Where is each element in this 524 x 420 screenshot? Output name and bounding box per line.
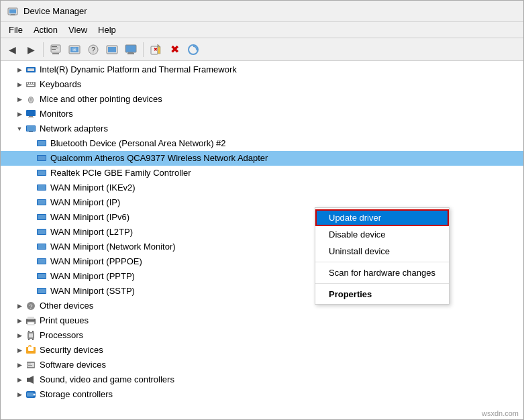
monitor-button[interactable] [122, 41, 140, 58]
svg-rect-31 [33, 83, 34, 84]
expand-print[interactable]: ▶ [14, 315, 25, 326]
menu-help[interactable]: Help [93, 23, 121, 36]
tree-item-realtek[interactable]: Realtek PCIe GBE Family Controller [1, 166, 523, 180]
ctx-update-driver[interactable]: Update driver [315, 209, 449, 226]
menu-file[interactable]: File [3, 23, 28, 36]
help-button[interactable]: ? [85, 41, 102, 58]
icon-wan-pppoe [36, 256, 48, 268]
svg-rect-57 [38, 244, 46, 249]
tree-item-sound[interactable]: ▶ Sound, video and game controllers [1, 372, 523, 387]
main-content: ▶ Intel(R) Dynamic Platform and Thermal … [1, 61, 523, 419]
expand-software[interactable]: ▶ [14, 360, 25, 370]
icon-wan-l2tp [36, 226, 48, 238]
svg-rect-4 [51, 45, 60, 52]
tree-item-bt[interactable]: Bluetooth Device (Personal Area Network)… [1, 136, 523, 151]
label-wan-pppoe: WAN Miniport (PPPOE) [50, 254, 142, 269]
svg-text:?: ? [91, 46, 95, 54]
ctx-uninstall-device[interactable]: Uninstall device [315, 243, 449, 260]
forward-button[interactable]: ▶ [22, 41, 40, 58]
svg-rect-3 [10, 15, 15, 15]
properties-button[interactable] [47, 41, 64, 58]
tree-item-keyboards[interactable]: ▶ Keyboards [1, 77, 523, 92]
tree-item-software[interactable]: ▶ Software devices [1, 358, 523, 372]
toolbar-separator-2 [143, 42, 144, 57]
icon-wan-ipv6 [36, 211, 48, 223]
svg-rect-32 [28, 85, 34, 86]
tree-item-qualcomm[interactable]: Qualcomm Atheros QCA9377 Wireless Networ… [1, 151, 523, 166]
tree-item-intel[interactable]: ▶ Intel(R) Dynamic Platform and Thermal … [1, 62, 523, 77]
tree-item-processors[interactable]: ▶ Processors [1, 328, 523, 343]
svg-point-86 [34, 394, 36, 396]
expand-sound[interactable]: ▶ [14, 374, 25, 385]
svg-rect-37 [29, 116, 33, 117]
expand-storage[interactable]: ▶ [14, 389, 25, 400]
menu-view[interactable]: View [63, 23, 93, 36]
icon-print [25, 315, 37, 327]
svg-rect-36 [26, 110, 36, 116]
menu-action[interactable]: Action [28, 23, 63, 36]
label-wan-ip: WAN Miniport (IP) [50, 195, 120, 210]
icon-keyboards [25, 78, 37, 91]
svg-rect-85 [27, 392, 34, 397]
expand-processors[interactable]: ▶ [14, 330, 25, 341]
title-bar: Device Manager [1, 1, 523, 22]
icon-sound [25, 374, 37, 386]
svg-rect-43 [38, 141, 46, 146]
update-button[interactable]: ⊞ [66, 41, 83, 58]
svg-marker-20 [158, 44, 160, 47]
ctx-disable-device[interactable]: Disable device [315, 226, 449, 243]
expand-monitors[interactable]: ▶ [14, 109, 25, 119]
label-wan-l2tp: WAN Miniport (L2TP) [50, 225, 133, 240]
svg-rect-17 [128, 52, 134, 53]
label-realtek: Realtek PCIe GBE Family Controller [50, 166, 191, 180]
label-bt: Bluetooth Device (Personal Area Network)… [50, 136, 226, 151]
svg-rect-6 [52, 46, 57, 47]
label-intel: Intel(R) Dynamic Platform and Thermal Fr… [40, 62, 237, 77]
label-wan-ikev2: WAN Miniport (IKEv2) [50, 180, 136, 195]
svg-rect-16 [125, 45, 136, 52]
toolbar: ◀ ▶ ⊞ ? [1, 38, 523, 61]
svg-rect-18 [127, 53, 134, 54]
back-button[interactable]: ◀ [3, 41, 21, 58]
expand-network[interactable]: ▼ [14, 123, 25, 134]
svg-rect-74 [32, 339, 34, 340]
ctx-properties[interactable]: Properties [315, 286, 449, 303]
ctx-scan-hardware[interactable]: Scan for hardware changes [315, 264, 449, 281]
label-monitors: Monitors [40, 107, 73, 121]
svg-rect-82 [27, 378, 30, 382]
svg-rect-2 [11, 14, 15, 15]
add-driver-button[interactable]: ✖ [147, 41, 164, 58]
icon-bt [36, 138, 48, 150]
icon-intel [25, 64, 37, 76]
svg-rect-81 [28, 365, 32, 366]
tree-item-network[interactable]: ▼ Network adapters [1, 121, 523, 136]
tree-item-mice[interactable]: ▶ Mice and other pointing devices [1, 92, 523, 107]
device-manager-window: Device Manager File Action View Help ◀ ▶… [0, 0, 524, 420]
tree-item-security[interactable]: ▶ Security devices [1, 343, 523, 358]
tree-item-storage[interactable]: ▶ Storage controllers [1, 387, 523, 402]
tree-item-print[interactable]: ▶ Print queues [1, 313, 523, 328]
expand-security[interactable]: ▶ [14, 345, 25, 356]
svg-rect-70 [29, 333, 33, 337]
app-icon [7, 6, 18, 17]
delete-button[interactable]: ✖ [166, 41, 183, 58]
expand-keyboards[interactable]: ▶ [14, 79, 25, 90]
scan-button[interactable] [103, 41, 121, 58]
svg-rect-7 [52, 48, 58, 48]
icon-wan-nm [36, 241, 48, 253]
svg-rect-15 [108, 47, 116, 52]
label-security: Security devices [40, 343, 103, 358]
tree-item-wan-ikev2[interactable]: WAN Miniport (IKEv2) [1, 180, 523, 195]
refresh-button[interactable] [185, 41, 202, 58]
expand-other[interactable]: ▶ [14, 301, 25, 311]
tree-item-monitors[interactable]: ▶ Monitors [1, 107, 523, 121]
ctx-divider-2 [315, 283, 449, 284]
svg-rect-53 [38, 215, 46, 219]
icon-wan-pptp [36, 270, 48, 282]
svg-rect-61 [38, 274, 46, 278]
svg-text:⊞: ⊞ [72, 47, 76, 52]
expand-intel[interactable]: ▶ [14, 64, 25, 75]
svg-text:?: ? [29, 303, 32, 310]
expand-mice[interactable]: ▶ [14, 94, 25, 105]
label-wan-sstp: WAN Miniport (SSTP) [50, 284, 135, 299]
